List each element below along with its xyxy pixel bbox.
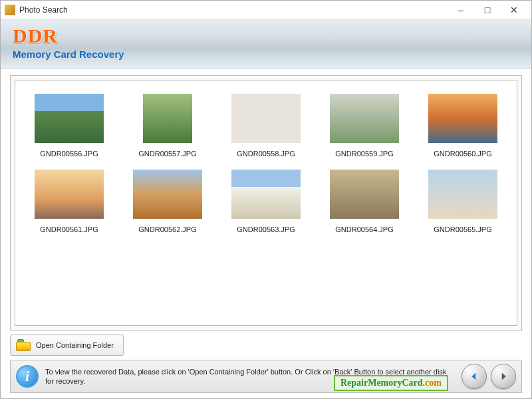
thumbnail-item[interactable]: GNDR00564.JPG [319,170,410,233]
arrow-left-icon [468,370,480,382]
minimize-button[interactable]: – [448,1,474,19]
thumbnail-image [231,94,301,143]
footer-bar: i To view the recovered Data, please cli… [10,360,522,393]
watermark-tld: .com [423,378,442,388]
thumbnail-image [330,170,399,219]
thumbnail-filename: GNDR00561.JPG [40,225,98,233]
thumbnail-filename: GNDR00557.JPG [138,150,196,158]
brand-subtitle: Memory Card Recovery [13,49,519,60]
info-icon: i [16,365,39,388]
maximize-button[interactable]: □ [474,1,501,19]
thumbnail-item[interactable]: GNDR00560.JPG [417,94,509,158]
thumbnail-item[interactable]: GNDR00565.JPG [417,170,509,233]
thumbnail-filename: GNDR00556.JPG [40,150,98,158]
window-controls: – □ ✕ [448,1,527,19]
thumbnail-item[interactable]: GNDR00559.JPG [319,94,410,158]
open-containing-folder-button[interactable]: Open Containing Folder [10,334,124,356]
app-window: Photo Search – □ ✕ DDR Memory Card Recov… [0,0,532,399]
thumbnail-image [428,94,497,143]
thumbnail-item[interactable]: GNDR00563.JPG [220,170,312,233]
folder-icon [16,339,31,351]
thumbnail-scroll[interactable]: GNDR00556.JPGGNDR00557.JPGGNDR00558.JPGG… [15,80,517,326]
watermark-text: RepairMemoryCard [340,378,423,388]
thumbnail-filename: GNDR00564.JPG [335,225,393,233]
thumbnail-image [428,170,497,219]
forward-button[interactable] [491,364,516,389]
thumbnail-grid: GNDR00556.JPGGNDR00557.JPGGNDR00558.JPGG… [23,94,509,233]
thumbnail-image [143,94,192,143]
arrow-right-icon [497,370,509,382]
thumbnail-filename: GNDR00559.JPG [335,150,393,158]
app-icon [5,5,15,15]
thumbnail-image [35,170,104,219]
header-banner: DDR Memory Card Recovery [1,19,531,68]
main-area: GNDR00556.JPGGNDR00557.JPGGNDR00558.JPGG… [1,68,531,357]
thumbnail-filename: GNDR00558.JPG [237,150,295,158]
thumbnail-image [231,170,301,219]
nav-buttons [462,364,516,389]
titlebar: Photo Search – □ ✕ [1,1,531,19]
thumbnail-item[interactable]: GNDR00561.JPG [23,170,115,233]
thumbnail-filename: GNDR00565.JPG [434,225,491,233]
watermark: RepairMemoryCard.com [334,375,448,391]
thumbnail-panel: GNDR00556.JPGGNDR00557.JPGGNDR00558.JPGG… [10,75,522,331]
thumbnail-image [133,170,202,219]
window-title: Photo Search [19,5,448,15]
thumbnail-item[interactable]: GNDR00558.JPG [220,94,312,158]
close-button[interactable]: ✕ [501,1,527,19]
open-folder-label: Open Containing Folder [36,341,114,349]
thumbnail-filename: GNDR00562.JPG [138,225,196,233]
brand-logo: DDR [13,25,519,47]
thumbnail-filename: GNDR00563.JPG [237,225,295,233]
thumbnail-image [330,94,399,143]
thumbnail-item[interactable]: GNDR00556.JPG [23,94,115,158]
thumbnail-image [35,94,104,143]
action-row: Open Containing Folder [10,334,522,356]
thumbnail-item[interactable]: GNDR00557.JPG [122,94,213,158]
thumbnail-item[interactable]: GNDR00562.JPG [122,170,213,233]
back-button[interactable] [462,364,487,389]
thumbnail-filename: GNDR00560.JPG [434,150,491,158]
